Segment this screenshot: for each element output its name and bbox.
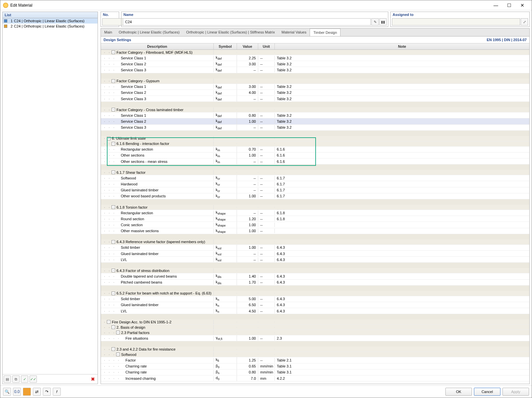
data-row[interactable]: ···LVLkn4.50--6.4.3: [101, 308, 529, 314]
tree-toggle-icon[interactable]: -: [112, 142, 115, 146]
row-value[interactable]: 1.20: [237, 217, 258, 221]
data-row[interactable]: ···Other massive sectionskshape1.00--: [101, 228, 529, 234]
data-row[interactable]: ···Glued laminated timberkn6.50--6.4.3: [101, 302, 529, 308]
calc-icon[interactable]: 0.0: [13, 388, 21, 396]
tree-toggle-icon[interactable]: -: [112, 347, 115, 351]
data-row[interactable]: ···Double tapered and curved beamskdis1.…: [101, 273, 529, 279]
tree-toggle-icon[interactable]: -: [116, 331, 120, 334]
category-row[interactable]: ···-2.3 Partial factors: [101, 330, 529, 335]
category-row[interactable]: ··-6.4.3 Factor of stress distribution: [101, 268, 529, 273]
row-value[interactable]: 7.0: [237, 376, 258, 381]
row-value[interactable]: 0.80: [237, 113, 258, 118]
tree-toggle-icon[interactable]: -: [112, 170, 115, 174]
data-row[interactable]: ···Service Class 3kdef----Table 3.2: [101, 125, 529, 131]
data-row[interactable]: ···Service Class 3kdef----Table 3.2: [101, 96, 529, 102]
data-row[interactable]: ···Conic sectionkshape1.00--: [101, 222, 529, 228]
tree-toggle-icon[interactable]: -: [107, 320, 111, 324]
row-value[interactable]: 1.00: [237, 153, 258, 158]
data-row[interactable]: ····Fire situationsγM,fi1.00--2.3: [101, 335, 529, 341]
color-icon[interactable]: [23, 388, 31, 396]
data-row[interactable]: ····Factorkfi1.25--Table 2.1: [101, 357, 529, 363]
category-row[interactable]: ·-6. Ultimate limit state: [101, 136, 529, 141]
category-row[interactable]: ··-6.1.6 Bending - interaction factor: [101, 141, 529, 147]
row-value[interactable]: 5.00: [237, 297, 258, 301]
data-row[interactable]: ···Service Class 1kdef2.25--Table 3.2: [101, 55, 529, 61]
data-row[interactable]: ···Rectangular sectionkshape----6.1.8: [101, 210, 529, 216]
tree-toggle-icon[interactable]: -: [112, 325, 115, 329]
category-row[interactable]: ··-Factor Category - Gypsum: [101, 79, 529, 84]
maximize-button[interactable]: ☐: [502, 1, 516, 10]
data-row[interactable]: ···Service Class 1kdef0.80--Table 3.2: [101, 112, 529, 118]
data-row[interactable]: ···Service Class 2kdef3.00--Table 3.2: [101, 61, 529, 67]
category-row[interactable]: ·-Fire Design Acc. to DIN EN 1995-1-2: [101, 319, 529, 325]
row-value[interactable]: --: [237, 68, 258, 72]
tree-toggle-icon[interactable]: -: [112, 205, 115, 209]
category-row[interactable]: ··-Factor Category - Cross laminated tim…: [101, 107, 529, 112]
library-icon[interactable]: ▮▮: [379, 18, 387, 26]
cancel-button[interactable]: Cancel: [474, 388, 500, 396]
data-row[interactable]: ···Round sectionkshape1.20--6.1.8: [101, 216, 529, 222]
assigned-input[interactable]: [392, 18, 520, 26]
row-value[interactable]: 1.40: [237, 274, 258, 279]
category-row[interactable]: ··-6.1.8 Torsion factor: [101, 205, 529, 210]
tree-toggle-icon[interactable]: -: [112, 50, 115, 54]
row-value[interactable]: --: [237, 251, 258, 256]
close-button[interactable]: ✕: [516, 1, 529, 10]
tree-toggle-icon[interactable]: -: [112, 292, 115, 295]
row-value[interactable]: 6.50: [237, 302, 258, 307]
row-value[interactable]: 1.70: [237, 280, 258, 285]
data-row[interactable]: ···Solid timberkn5.00--6.4.3: [101, 296, 529, 302]
list-item[interactable]: 2C24 | Orthotropic | Linear Elastic (Sur…: [3, 24, 98, 29]
row-value[interactable]: --: [237, 211, 258, 215]
edit-name-icon[interactable]: ✎: [371, 18, 379, 26]
category-row[interactable]: ··-6.4.3 Reference volume factor (tapere…: [101, 239, 529, 245]
tree-icon[interactable]: ⇄: [33, 388, 41, 396]
tree-toggle-icon[interactable]: -: [107, 137, 111, 140]
tree-toggle-icon[interactable]: -: [112, 108, 115, 111]
grid-body[interactable]: ··-Factor Category - Fibreboard, MDF (MD…: [101, 50, 529, 384]
name-input[interactable]: [123, 18, 371, 26]
data-row[interactable]: ···Other sections - mean stresskm----6.1…: [101, 159, 529, 165]
row-value[interactable]: 4.00: [237, 90, 258, 95]
row-value[interactable]: --: [237, 176, 258, 180]
copy-item-icon[interactable]: ⧉: [12, 375, 20, 383]
units-icon[interactable]: 🔍: [3, 388, 11, 396]
data-row[interactable]: ···Service Class 3kdef----Table 3.2: [101, 67, 529, 73]
check-all-icon[interactable]: ✓✓: [30, 375, 37, 383]
tree-toggle-icon[interactable]: -: [112, 240, 115, 244]
row-value[interactable]: 1.00: [237, 194, 258, 198]
category-row[interactable]: ··-6.1.7 Shear factor: [101, 170, 529, 175]
data-row[interactable]: ···Other sectionskm1.00--6.1.6: [101, 153, 529, 159]
data-row[interactable]: ···Rectangular sectionkm0.70--6.1.6: [101, 147, 529, 153]
row-value[interactable]: 0.65: [237, 364, 258, 368]
data-row[interactable]: ···Glued laminated timberkvol----6.4.3: [101, 251, 529, 257]
tab[interactable]: Main: [101, 29, 115, 36]
row-value[interactable]: --: [237, 97, 258, 101]
row-value[interactable]: 3.00: [237, 84, 258, 89]
apply-button[interactable]: Apply: [502, 388, 529, 396]
data-row[interactable]: ···Service Class 2kdef1.00--Table 3.2: [101, 118, 529, 124]
data-row[interactable]: ···Solid timberkvol1.00--6.4.3: [101, 245, 529, 251]
new-item-icon[interactable]: ▤: [4, 375, 11, 383]
row-value[interactable]: 2.25: [237, 56, 258, 60]
tree-toggle-icon[interactable]: -: [112, 269, 115, 272]
tab[interactable]: Timber Design: [310, 29, 341, 36]
function-icon[interactable]: f: [53, 388, 61, 396]
data-row[interactable]: ···Other wood based productskcr1.00--6.1…: [101, 193, 529, 199]
list-item[interactable]: 1C24 | Orthotropic | Linear Elastic (Sur…: [3, 18, 98, 24]
row-value[interactable]: 1.25: [237, 358, 258, 363]
row-value[interactable]: 1.00: [237, 119, 258, 124]
data-row[interactable]: ···Hardwoodkcr----6.1.7: [101, 181, 529, 187]
export-icon[interactable]: ↷: [43, 388, 51, 396]
data-row[interactable]: ···Service Class 1kdef3.00--Table 3.2: [101, 84, 529, 90]
row-value[interactable]: 1.00: [237, 223, 258, 227]
tab[interactable]: Material Values: [278, 29, 310, 36]
row-value[interactable]: 3.00: [237, 62, 258, 66]
category-row[interactable]: ···-Softwood: [101, 352, 529, 357]
category-row[interactable]: ··-2. Basis of design: [101, 325, 529, 330]
row-value[interactable]: 1.00: [237, 336, 258, 341]
row-value[interactable]: --: [237, 257, 258, 262]
data-row[interactable]: ···Service Class 2kdef4.00--Table 3.2: [101, 90, 529, 96]
data-row[interactable]: ···LVLkvol----6.4.3: [101, 257, 529, 263]
row-value[interactable]: 1.00: [237, 245, 258, 250]
